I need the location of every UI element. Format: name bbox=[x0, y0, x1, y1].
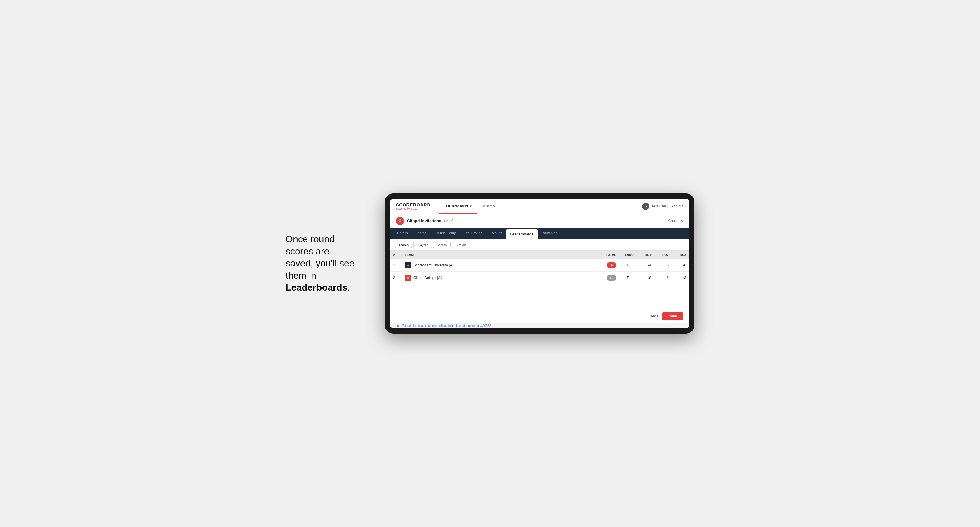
side-text-period: . bbox=[347, 282, 350, 293]
leaderboard-table: # TEAM TOTAL THRU RD1 RD2 RD3 1 S bbox=[390, 251, 689, 284]
tab-leaderboards[interactable]: Leaderboards bbox=[506, 229, 537, 239]
nav-link-tournaments[interactable]: TOURNAMENTS bbox=[439, 199, 477, 214]
tab-details[interactable]: Details bbox=[393, 228, 412, 239]
score-badge: -5 bbox=[607, 262, 616, 268]
rd3-cell: -6 bbox=[671, 259, 689, 271]
rd1-cell: +8 bbox=[636, 271, 654, 284]
sign-out-link[interactable]: Sign out bbox=[670, 204, 683, 208]
team-logo: C bbox=[405, 275, 411, 281]
footer-cancel-button[interactable]: Cancel bbox=[649, 314, 659, 318]
status-bar: https://stage-blue-coach.stagescoreboard… bbox=[390, 323, 689, 328]
table-row: 2 C Clippd College [A] +3 F +8 -8 +3 bbox=[390, 271, 689, 284]
user-avatar: S bbox=[642, 203, 649, 210]
sub-tab-players[interactable]: Players bbox=[414, 241, 432, 248]
col-rank: # bbox=[390, 251, 402, 259]
thru-cell: F bbox=[619, 271, 636, 284]
tournament-cancel-button[interactable]: Cancel ✕ bbox=[668, 219, 683, 223]
rank-cell: 2 bbox=[390, 271, 402, 284]
tournament-icon: C bbox=[396, 217, 404, 225]
sub-tab-teams[interactable]: Teams bbox=[395, 241, 412, 248]
logo-area: SCOREBOARD Powered by clippd bbox=[396, 202, 430, 210]
team-name: Clippd College [A] bbox=[414, 276, 442, 280]
tournament-gender: (Men) bbox=[444, 219, 453, 223]
close-icon: ✕ bbox=[680, 219, 683, 223]
cancel-label: Cancel bbox=[668, 219, 679, 223]
col-rd2: RD2 bbox=[654, 251, 671, 259]
table-row: 1 S Scoreboard University [A] -5 F -4 +5… bbox=[390, 259, 689, 271]
nav-right: S Test User | Sign out bbox=[642, 203, 683, 210]
rd1-cell: -4 bbox=[636, 259, 654, 271]
user-name: Test User | bbox=[651, 204, 668, 208]
rd3-cell: +3 bbox=[671, 271, 689, 284]
logo-subtitle: Powered by clippd bbox=[396, 207, 430, 210]
tournament-header: C Clippd Invitational (Men) Cancel ✕ bbox=[390, 214, 689, 228]
col-rd3: RD3 bbox=[671, 251, 689, 259]
page-wrapper: Once round scores are saved, you'll see … bbox=[286, 194, 694, 333]
tablet-device: SCOREBOARD Powered by clippd TOURNAMENTS… bbox=[385, 194, 694, 333]
footer-save-button[interactable]: Save bbox=[662, 312, 683, 321]
tab-printables[interactable]: Printables bbox=[538, 228, 561, 239]
total-cell: +3 bbox=[596, 271, 619, 284]
tab-teams[interactable]: Teams bbox=[412, 228, 430, 239]
thru-cell: F bbox=[619, 259, 636, 271]
content-area: # TEAM TOTAL THRU RD1 RD2 RD3 1 S bbox=[390, 251, 689, 309]
score-badge: +3 bbox=[607, 275, 616, 281]
rd2-cell: +5 bbox=[654, 259, 671, 271]
footer-bar: Cancel Save bbox=[390, 309, 689, 323]
sub-tab-strokes[interactable]: Strokes bbox=[452, 241, 470, 248]
side-text-line2: scores are bbox=[286, 246, 329, 257]
table-header-row: # TEAM TOTAL THRU RD1 RD2 RD3 bbox=[390, 251, 689, 259]
logo-title: SCOREBOARD bbox=[396, 202, 430, 207]
tab-results[interactable]: Results bbox=[486, 228, 506, 239]
navbar: SCOREBOARD Powered by clippd TOURNAMENTS… bbox=[390, 199, 689, 214]
side-text-line4: them in bbox=[286, 270, 316, 281]
nav-link-teams[interactable]: TEAMS bbox=[477, 199, 500, 214]
col-thru: THRU bbox=[619, 251, 636, 259]
total-cell: -5 bbox=[596, 259, 619, 271]
tablet-screen: SCOREBOARD Powered by clippd TOURNAMENTS… bbox=[390, 199, 689, 328]
tab-course-setup[interactable]: Course Setup bbox=[430, 228, 460, 239]
side-text: Once round scores are saved, you'll see … bbox=[286, 233, 368, 294]
rd2-cell: -8 bbox=[654, 271, 671, 284]
team-name: Scoreboard University [A] bbox=[414, 263, 453, 267]
tournament-name: Clippd Invitational bbox=[407, 219, 442, 223]
team-name-cell: C Clippd College [A] bbox=[402, 271, 596, 284]
tabs-bar: Details Teams Course Setup Tee Groups Re… bbox=[390, 228, 689, 239]
status-url: https://stage-blue-coach.stagescoreboard… bbox=[395, 324, 491, 327]
nav-links: TOURNAMENTS TEAMS bbox=[439, 199, 500, 214]
col-rd1: RD1 bbox=[636, 251, 654, 259]
tab-tee-groups[interactable]: Tee Groups bbox=[460, 228, 486, 239]
side-text-line1: Once round bbox=[286, 234, 334, 244]
rank-cell: 1 bbox=[390, 259, 402, 271]
col-team: TEAM bbox=[402, 251, 596, 259]
side-text-line3: saved, you'll see bbox=[286, 258, 355, 268]
sub-tabs: Teams Players Scores Strokes bbox=[390, 239, 689, 251]
side-text-bold: Leaderboards bbox=[286, 282, 347, 293]
team-name-cell: S Scoreboard University [A] bbox=[402, 259, 596, 271]
sub-tab-scores[interactable]: Scores bbox=[433, 241, 450, 248]
team-logo: S bbox=[405, 262, 411, 268]
col-total: TOTAL bbox=[596, 251, 619, 259]
